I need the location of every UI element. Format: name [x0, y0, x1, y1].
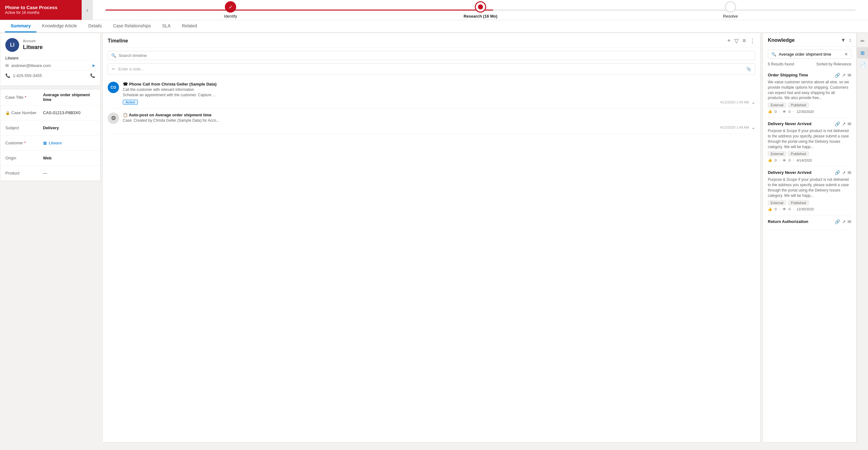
- email-left: ✉ andrewr@litware.com: [5, 63, 51, 68]
- ki-header: Return Authorization 🔗 ↗ ✉: [768, 219, 851, 224]
- phone-left: 📞 1-425-555-3455: [5, 73, 42, 78]
- ki-share-icon[interactable]: ↗: [842, 219, 846, 224]
- tab-knowledge-article[interactable]: Knowledge Article: [36, 20, 83, 32]
- timeline-item: ⚙ 📋 Auto-post on Average order shipment …: [108, 109, 755, 134]
- knowledge-header: Knowledge ▼ ↕: [763, 33, 857, 47]
- step-resolve[interactable]: Resolve: [606, 1, 856, 19]
- ki-tags: External Published: [768, 103, 851, 108]
- post-icon: 📋: [123, 113, 129, 117]
- expand-icon[interactable]: ⌄: [751, 100, 755, 105]
- tab-details[interactable]: Details: [83, 20, 107, 32]
- account-name[interactable]: Litware: [23, 44, 43, 51]
- step-research[interactable]: Research (16 Mo): [355, 1, 606, 19]
- ki-email-icon[interactable]: ✉: [847, 73, 851, 78]
- timeline-more-icon[interactable]: ⋮: [750, 37, 755, 44]
- timeline-search-box[interactable]: 🔍: [108, 51, 755, 60]
- search-input[interactable]: [119, 53, 752, 58]
- dot-sep: ·: [779, 110, 780, 114]
- required-star-customer: *: [24, 141, 26, 145]
- account-card: LI Account Litware Litware ✉ andrewr@lit…: [0, 33, 100, 86]
- collapse-button[interactable]: ‹: [82, 0, 93, 20]
- ki-title[interactable]: Delivery Never Arrived: [768, 170, 811, 175]
- ki-title[interactable]: Order Shipping Time: [768, 73, 808, 77]
- ki-desc: Purpose & Scope If your product is not d…: [768, 177, 851, 198]
- ki-actions: 🔗 ↗ ✉: [835, 170, 851, 175]
- customer-icon: ▦: [43, 141, 47, 145]
- likes-count: 0: [775, 110, 777, 114]
- ki-header: Delivery Never Arrived 🔗 ↗ ✉: [768, 170, 851, 175]
- ki-tags: External Published: [768, 200, 851, 205]
- field-value-customer[interactable]: ▦ Litware: [43, 141, 95, 145]
- tab-case-relationships[interactable]: Case Relationships: [107, 20, 157, 32]
- right-panel: Knowledge ▼ ↕ 🔍 ✕ 6 Results found Sorted…: [763, 33, 857, 443]
- phone-value[interactable]: 1-425-555-3455: [13, 73, 42, 78]
- knowledge-clear-icon[interactable]: ✕: [844, 52, 848, 57]
- timeline-sort-icon[interactable]: ≡: [742, 37, 746, 44]
- attachment-icon[interactable]: 📎: [746, 67, 751, 72]
- account-info: Account Litware: [23, 39, 43, 52]
- ki-link-icon[interactable]: 🔗: [835, 170, 840, 175]
- ki-link-icon[interactable]: 🔗: [835, 121, 840, 126]
- avatar: LI: [5, 38, 19, 52]
- field-value-case-title[interactable]: Average order shipment time: [43, 92, 95, 102]
- timeline-filter-icon[interactable]: ▽: [734, 37, 739, 44]
- process-subtitle: Active for 16 months: [5, 10, 58, 16]
- expand-icon[interactable]: ⌄: [751, 125, 755, 130]
- tab-summary[interactable]: Summary: [5, 20, 36, 32]
- ki-email-icon[interactable]: ✉: [847, 170, 851, 175]
- knowledge-filter-icon[interactable]: ▼: [841, 37, 846, 43]
- ki-email-icon[interactable]: ✉: [847, 121, 851, 126]
- knowledge-item: Order Shipping Time 🔗 ↗ ✉ We value custo…: [768, 69, 851, 118]
- phone-icon: 📞: [5, 73, 10, 78]
- step-circle-research: [475, 1, 486, 12]
- field-value-origin[interactable]: Web: [43, 156, 95, 160]
- ki-link-icon[interactable]: 🔗: [835, 73, 840, 78]
- ki-footer: 👍 0 · 👁 0 · 4/14/2020: [768, 158, 851, 162]
- ki-title[interactable]: Return Authorization: [768, 219, 808, 224]
- ki-share-icon[interactable]: ↗: [842, 170, 846, 175]
- send-email-icon[interactable]: ➤: [92, 63, 95, 68]
- note-input-row[interactable]: ✏ Enter a note... 📎: [108, 63, 755, 75]
- ki-actions: 🔗 ↗ ✉: [835, 219, 851, 224]
- ki-header: Order Shipping Time 🔗 ↗ ✉: [768, 73, 851, 78]
- step-label-identify: Identify: [224, 14, 237, 19]
- knowledge-search-input[interactable]: [779, 52, 842, 57]
- required-star-title: *: [25, 95, 26, 100]
- timeline-add-icon[interactable]: +: [727, 37, 731, 44]
- field-value-subject[interactable]: Delivery: [43, 125, 95, 130]
- time-chevron: 4/12/2020 1:49 AM ⌄: [720, 100, 755, 105]
- left-panel: LI Account Litware Litware ✉ andrewr@lit…: [0, 33, 100, 443]
- email-value[interactable]: andrewr@litware.com: [11, 63, 51, 68]
- results-count: 6 Results found: [768, 62, 794, 66]
- middle-panel: Timeline + ▽ ≡ ⋮ 🔍 ✏ Enter a note... 📎: [100, 33, 763, 443]
- knowledge-sort-icon[interactable]: ↕: [849, 37, 851, 43]
- toolbar-grid-button[interactable]: ⊞: [857, 47, 868, 58]
- call-icon[interactable]: 📞: [90, 73, 95, 78]
- ki-title[interactable]: Delivery Never Arrived: [768, 121, 811, 126]
- process-title: Phone to Case Process: [5, 4, 58, 11]
- step-identify[interactable]: ✓ Identify: [105, 1, 355, 19]
- tab-related[interactable]: Related: [176, 20, 203, 32]
- timeline-item-footer: 4/12/2020 1:48 AM ⌄: [123, 125, 755, 130]
- like-icon: 👍: [768, 207, 772, 211]
- step-circle-identify: ✓: [225, 1, 236, 12]
- ki-share-icon[interactable]: ↗: [842, 121, 846, 126]
- ki-tags: External Published: [768, 151, 851, 156]
- toolbar-edit-button[interactable]: ✏: [857, 35, 868, 47]
- timeline-item-title: 📋 Auto-post on Average order shipment ti…: [123, 113, 755, 117]
- ki-link-icon[interactable]: 🔗: [835, 219, 840, 224]
- ki-share-icon[interactable]: ↗: [842, 73, 846, 78]
- tag-published: Published: [788, 151, 809, 156]
- ki-date: 12/30/2020: [797, 207, 814, 211]
- field-value-product[interactable]: ---: [43, 171, 95, 175]
- views-count: 0: [788, 159, 790, 162]
- field-case-title: Case Title * Average order shipment time: [0, 89, 100, 105]
- item-time: 4/12/2020 1:48 AM: [720, 125, 749, 129]
- knowledge-title: Knowledge: [768, 37, 795, 43]
- account-label: Account: [23, 39, 43, 44]
- knowledge-search-box[interactable]: 🔍 ✕: [768, 50, 851, 59]
- ki-email-icon[interactable]: ✉: [847, 219, 851, 224]
- toolbar-doc-button[interactable]: 📄: [857, 59, 868, 71]
- field-label-case-title: Case Title *: [5, 95, 43, 100]
- tab-sla[interactable]: SLA: [157, 20, 176, 32]
